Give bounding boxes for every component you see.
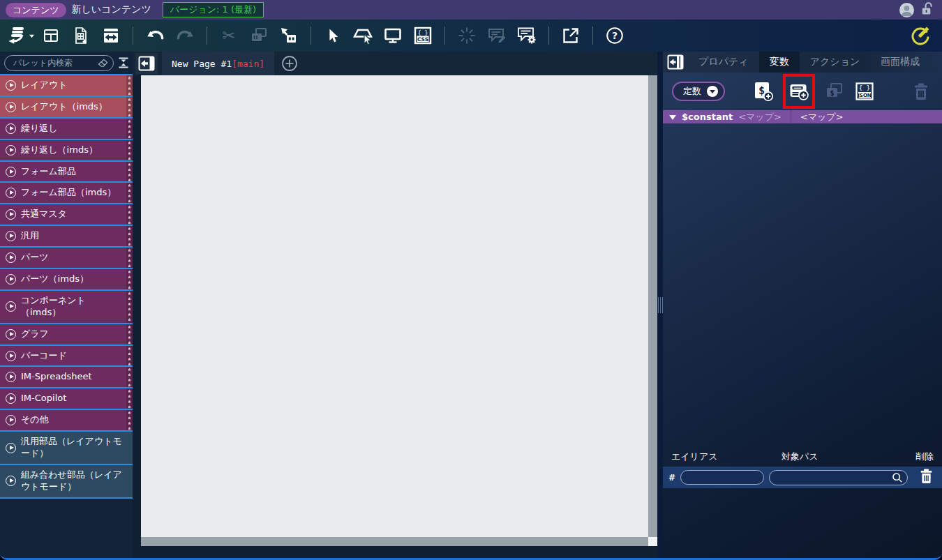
- select-mode-button[interactable]: [319, 22, 347, 50]
- unlock-icon[interactable]: [921, 1, 934, 19]
- palette-category-composite-layout-mode[interactable]: 組み合わせ部品（レイアウトモード）: [0, 464, 133, 499]
- palette-category-parts[interactable]: パーツ: [0, 246, 133, 268]
- palette-category-form-parts-imds[interactable]: フォーム部品（imds）: [0, 181, 133, 203]
- palette-category-general-layout-mode[interactable]: 汎用部品（レイアウトモード）: [0, 430, 133, 464]
- svg-text:$: $: [830, 89, 834, 97]
- play-icon: [6, 167, 16, 177]
- panel-collapse-left-icon: [138, 56, 155, 71]
- delete-alias-button[interactable]: [919, 468, 934, 487]
- drag-dots: [126, 119, 133, 139]
- palette-category-barcode[interactable]: バーコード: [0, 345, 133, 366]
- variable-tree-row[interactable]: $constant <マップ> <マップ>: [663, 110, 942, 123]
- clear-search-icon[interactable]: [98, 59, 108, 68]
- palette-category-parts-imds[interactable]: パーツ（imds）: [0, 268, 133, 289]
- variable-value-type: <マップ>: [800, 111, 844, 123]
- canvas-area: New Page #1[main]: [133, 52, 657, 558]
- copy-components-icon: [250, 27, 268, 45]
- play-icon: [6, 393, 16, 404]
- content-title: 新しいコンテンツ: [72, 3, 151, 16]
- edit-comment-button[interactable]: [483, 22, 511, 50]
- right-panel: プロパティ 変数 アクション 画面構成 定数 $: [663, 52, 942, 558]
- layout-designer-button[interactable]: [37, 22, 65, 50]
- palette-category-layout[interactable]: レイアウト: [0, 74, 133, 96]
- variable-type: <マップ>: [738, 111, 782, 123]
- collapse-palette-button[interactable]: [135, 53, 158, 74]
- dropdown-caret-icon: [29, 33, 35, 38]
- alias-prefix: #: [668, 473, 675, 483]
- panel-splitter[interactable]: [657, 52, 663, 558]
- comment-settings-button[interactable]: [513, 22, 541, 50]
- palette-category-im-spreadsheet[interactable]: IM-Spreadsheet: [0, 365, 133, 387]
- swap-layout-button[interactable]: [97, 22, 125, 50]
- add-page-button[interactable]: [281, 52, 298, 75]
- redo-button[interactable]: [171, 22, 199, 50]
- layout-window-icon: [42, 27, 60, 44]
- json-editor-button[interactable]: { }JSON: [853, 77, 876, 105]
- import-definition-button[interactable]: [67, 22, 95, 50]
- css-editor-button[interactable]: { }CSS: [409, 22, 437, 50]
- tab-screen-structure[interactable]: 画面構成: [870, 52, 930, 73]
- toolbar-divider: [207, 27, 207, 45]
- palette-category-common-master[interactable]: 共通マスタ: [0, 203, 133, 225]
- delete-variable-button[interactable]: [909, 77, 933, 105]
- palette-category-other[interactable]: その他: [0, 409, 133, 430]
- highlight-annotation-box: [783, 74, 815, 109]
- range-select-mode-button[interactable]: [349, 22, 377, 50]
- drag-dots: [126, 226, 133, 246]
- collapse-all-icon[interactable]: [118, 57, 129, 68]
- add-map-variable-button[interactable]: [787, 77, 811, 105]
- user-avatar[interactable]: [899, 3, 914, 17]
- palette-category-form-parts[interactable]: フォーム部品: [0, 160, 133, 182]
- play-icon: [6, 231, 16, 241]
- add-variable-button[interactable]: $: [752, 77, 775, 105]
- collapse-right-panel-button[interactable]: [663, 52, 688, 73]
- open-external-button[interactable]: [557, 22, 585, 50]
- duplicate-variable-button[interactable]: $: [823, 77, 846, 105]
- target-path-input[interactable]: [776, 472, 891, 483]
- play-icon: [6, 329, 16, 340]
- horizontal-scrollbar[interactable]: [141, 537, 657, 546]
- search-icon[interactable]: [891, 471, 903, 483]
- vertical-scrollbar[interactable]: [648, 75, 657, 537]
- toolbar-divider: [592, 27, 593, 45]
- tab-properties[interactable]: プロパティ: [688, 52, 759, 73]
- top-bar: コンテンツ 新しいコンテンツ バージョン: 1 (最新): [0, 0, 942, 20]
- tab-actions[interactable]: アクション: [800, 52, 871, 73]
- variable-kind-dropdown[interactable]: 定数: [672, 82, 725, 101]
- variables-empty-area: [663, 123, 942, 448]
- publish-content-button[interactable]: [7, 22, 35, 50]
- cut-button[interactable]: ✂: [215, 22, 243, 50]
- drag-dots: [126, 346, 133, 366]
- alias-input[interactable]: [680, 470, 764, 485]
- toolbar-divider: [444, 27, 445, 45]
- edit-mode-button[interactable]: [904, 22, 935, 50]
- palette-category-repeat-imds[interactable]: 繰り返し（imds）: [0, 139, 133, 160]
- database-publish-icon: [7, 27, 27, 45]
- alias-column-header: エイリアス: [671, 451, 782, 463]
- palette-category-component-imds[interactable]: コンポーネント（imds）: [0, 289, 133, 323]
- palette-search-input[interactable]: [12, 57, 95, 68]
- preview-button[interactable]: [379, 22, 407, 50]
- edit-pencil-icon: [909, 25, 930, 46]
- drag-dots: [126, 410, 133, 430]
- highlight-updates-button[interactable]: [453, 22, 481, 50]
- horizontal-scrollbar-thumb[interactable]: [141, 537, 648, 546]
- play-icon: [6, 252, 16, 263]
- paste-element-button[interactable]: [275, 22, 303, 50]
- palette-category-im-copilot[interactable]: IM-Copilot: [0, 387, 133, 409]
- design-canvas[interactable]: [141, 75, 648, 537]
- palette-category-repeat[interactable]: 繰り返し: [0, 117, 133, 139]
- help-icon: ?: [606, 27, 624, 45]
- copy-element-button[interactable]: [245, 22, 273, 50]
- page-tab[interactable]: New Page #1[main]: [162, 52, 274, 75]
- palette-category-layout-imds[interactable]: レイアウト（imds）: [0, 96, 133, 117]
- undo-button[interactable]: [141, 22, 169, 50]
- tab-variables[interactable]: 変数: [759, 52, 800, 73]
- top-bar-right: [899, 1, 936, 19]
- help-button[interactable]: ?: [601, 22, 629, 50]
- palette-category-general[interactable]: 汎用: [0, 225, 133, 246]
- target-path-box: [769, 470, 908, 485]
- scissors-icon: ✂: [222, 28, 235, 44]
- expand-caret-icon[interactable]: [669, 115, 676, 123]
- palette-category-graph[interactable]: グラフ: [0, 323, 133, 345]
